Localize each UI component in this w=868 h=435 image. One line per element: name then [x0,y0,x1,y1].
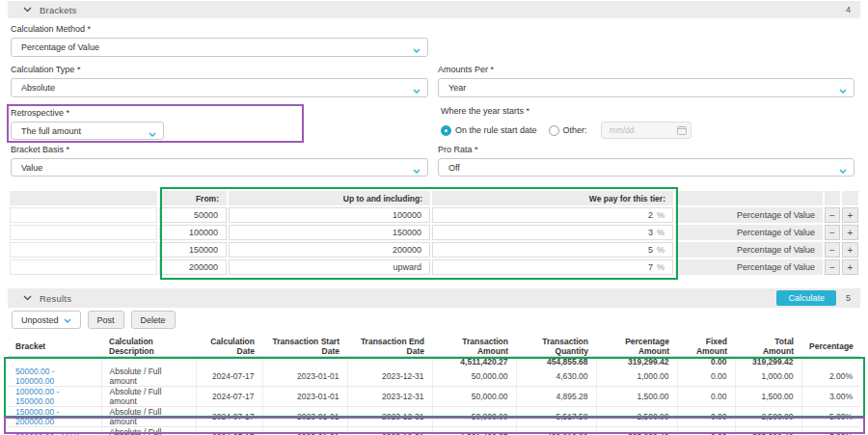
tier-method-cell: Percentage of Value [675,207,823,223]
chevron-down-icon [839,86,847,95]
rule-start-date-radio[interactable] [441,125,451,136]
col-transaction-quantity: Transaction Quantity [516,337,596,357]
where-year-starts-label: Where the year starts * [441,106,692,116]
tier-pay-cell[interactable]: 5% [432,242,673,258]
tier-from-cell[interactable]: 150000 [159,242,227,258]
cell-transaction-quantity: 439,812.82 [516,427,596,435]
cell-bracket: 200000.00 - MAX [8,427,101,435]
pro-rata-value: Off [448,163,460,173]
cell-transaction-start-date: 2023-01-01 [262,367,347,387]
tier-upto-cell[interactable]: upward [229,259,430,275]
percent-unit: % [657,262,665,272]
chevron-down-icon [23,295,32,301]
remove-tier-button[interactable]: − [825,242,840,258]
tier-from-cell[interactable]: 100000 [159,225,227,240]
add-tier-button[interactable]: + [842,225,858,240]
cell-transaction-end-date: 2023-12-31 [347,387,432,407]
cell-calculation-description: Absolute / Full amount [101,387,196,407]
results-section-title: Results [40,293,71,304]
col-bracket: Bracket [8,337,101,357]
cell-percentage-amount: 1,500.00 [596,387,677,407]
tiers-actions-header [825,191,840,205]
totals-transaction-amount: 4,511,420.27 [432,357,516,367]
totals-percentage-amount: 319,299.42 [596,357,677,367]
percent-unit: % [657,210,665,220]
post-button[interactable]: Post [88,311,124,329]
add-tier-button[interactable]: + [842,242,858,258]
tier-pay-value: 7 [648,262,653,272]
tiers-upto-header: Up to and including: [229,191,430,205]
unposted-filter-label: Unposted [21,315,59,325]
amounts-per-select[interactable]: Year [438,78,854,97]
tier-from-cell[interactable]: 50000 [159,207,227,223]
tier-name-cell [10,207,157,223]
cell-percentage: 5.00% [801,407,860,427]
remove-tier-button[interactable]: − [825,207,840,223]
cell-transaction-quantity: 4,630.00 [516,367,596,387]
retrospective-label: Retrospective * [11,108,164,118]
cell-percentage: 3.00% [801,387,860,407]
amounts-per-value: Year [448,83,466,93]
add-tier-button[interactable]: + [842,259,858,275]
cell-transaction-end-date: 2023-12-31 [347,407,432,427]
calculate-button[interactable]: Calculate [776,290,836,306]
cell-calculation-date: 2024-07-17 [196,427,262,435]
totals-empty-cell [347,357,432,367]
cell-total-amount: 2,500.00 [735,407,801,427]
calculation-type-select[interactable]: Absolute [11,78,428,97]
tier-upto-cell[interactable]: 150000 [229,225,430,240]
calculation-type-value: Absolute [21,83,55,93]
tier-upto-cell[interactable]: 200000 [229,242,430,258]
other-date-radio[interactable] [549,125,559,136]
result-row: 100000.00 - 150000.00 Absolute / Full am… [8,387,860,407]
calculation-method-field: Calculation Method * Percentage of Value [11,24,428,57]
col-transaction-end-date: Transaction End Date [347,337,432,357]
remove-tier-button[interactable]: − [825,225,840,240]
col-percentage-amount: Percentage Amount [596,337,677,357]
chevron-down-icon [413,166,420,176]
tiers-actions-header [842,191,858,205]
brackets-section-header[interactable]: Brackets 4 [8,1,860,18]
delete-button[interactable]: Delete [131,311,176,329]
totals-total-amount: 319,299.42 [735,357,801,367]
col-transaction-amount: Transaction Amount [432,337,516,357]
cell-transaction-end-date: 2023-12-31 [347,427,432,435]
calculation-method-select[interactable]: Percentage of Value [11,38,428,57]
cell-transaction-quantity: 4,895.28 [516,387,596,407]
tier-upto-cell[interactable]: 100000 [229,207,430,223]
result-row: 50000.00 - 100000.00 Absolute / Full amo… [8,367,860,387]
cell-transaction-amount: 50,000.00 [432,387,516,407]
cell-calculation-date: 2024-07-17 [196,367,262,387]
tier-name-cell [10,259,157,275]
totals-fixed-amount: 0.00 [677,357,735,367]
bracket-link[interactable]: 150000.00 - 200000.00 [15,407,59,426]
rule-start-date-radio-label: On the rule start date [455,125,537,135]
results-count-badge: 5 [846,293,851,303]
results-header-row: Bracket Calculation Description Calculat… [8,337,860,357]
cell-percentage: 2.00% [801,367,860,387]
pro-rata-select[interactable]: Off [438,158,854,177]
tier-from-cell[interactable]: 200000 [159,259,227,275]
bracket-basis-field: Bracket Basis * Value [11,145,428,177]
cell-percentage-amount: 305,299.42 [596,427,677,435]
retrospective-select[interactable]: The full amount [11,122,164,140]
results-totals-row: 4,511,420.27 454,855.68 319,299.42 0.00 … [8,357,860,367]
tier-pay-cell[interactable]: 3% [432,225,673,240]
tier-pay-cell[interactable]: 7% [432,259,673,275]
col-transaction-start-date: Transaction Start Date [262,337,347,357]
cell-percentage: 7.00% [801,427,860,435]
cell-fixed-amount: 0.00 [677,387,735,407]
bracket-basis-select[interactable]: Value [11,158,428,177]
cell-percentage-amount: 2,500.00 [596,407,677,427]
unposted-filter-button[interactable]: Unposted [12,311,81,329]
other-date-radio-label: Other: [563,125,587,135]
remove-tier-button[interactable]: − [825,259,840,275]
totals-transaction-quantity: 454,855.68 [516,357,596,367]
bracket-link[interactable]: 50000.00 - 100000.00 [15,367,55,386]
cell-transaction-end-date: 2023-12-31 [347,367,432,387]
results-section-header[interactable]: Results Calculate 5 [8,288,860,308]
tier-name-cell [10,225,157,240]
bracket-link[interactable]: 100000.00 - 150000.00 [15,387,59,406]
add-tier-button[interactable]: + [842,207,858,223]
tier-pay-cell[interactable]: 2% [432,207,673,223]
